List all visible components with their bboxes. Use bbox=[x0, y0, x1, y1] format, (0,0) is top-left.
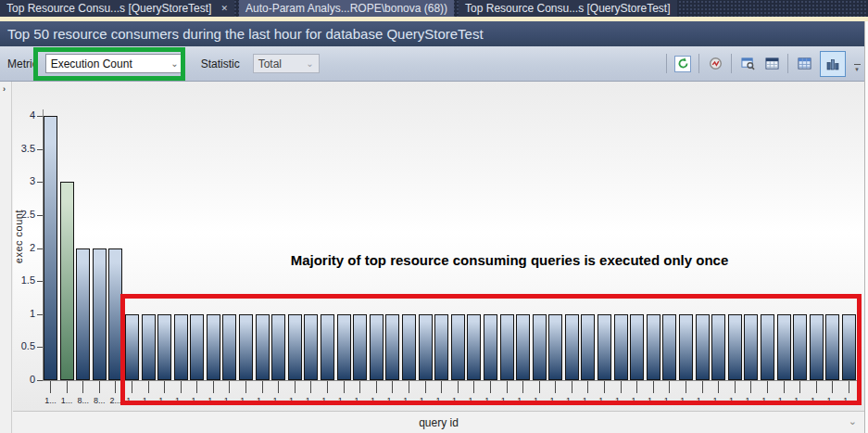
tab-label: Auto-Param Analys...ROPE\bonova (68)) bbox=[245, 2, 447, 15]
view-query-button[interactable] bbox=[739, 56, 756, 72]
chevron-down-icon: ⌄ bbox=[306, 59, 313, 69]
y-tick-label: 1.5 bbox=[0, 274, 35, 286]
bar-highlighted[interactable] bbox=[60, 182, 74, 380]
grid-button[interactable] bbox=[796, 56, 812, 72]
report-title-bar: Top 50 resource consumers during the las… bbox=[0, 21, 868, 46]
y-tick bbox=[37, 314, 43, 315]
y-tick bbox=[37, 248, 43, 249]
y-tick bbox=[37, 149, 43, 150]
x-tick bbox=[99, 381, 100, 393]
x-axis-band: query id ⌄ bbox=[13, 411, 864, 433]
toolbar-buttons bbox=[666, 51, 846, 77]
y-tick bbox=[37, 215, 43, 216]
grid-details-icon bbox=[765, 57, 779, 70]
y-tick bbox=[37, 380, 43, 381]
bar[interactable] bbox=[44, 116, 57, 380]
y-tick-label: 3 bbox=[0, 175, 35, 186]
bar-chart: exec count Majority of top resource cons… bbox=[0, 82, 868, 433]
y-tick-label: 4 bbox=[0, 109, 35, 121]
x-axis-title: query id bbox=[419, 416, 459, 429]
panel-edge bbox=[864, 21, 868, 433]
toolbar-overflow-icon bbox=[854, 64, 861, 65]
y-tick-label: 1 bbox=[0, 308, 35, 319]
y-tick bbox=[37, 182, 43, 183]
gauge-icon bbox=[709, 57, 723, 70]
gauge-button[interactable] bbox=[707, 56, 723, 72]
query-store-window: Top Resource Consu...s [QueryStoreTest]✕… bbox=[0, 0, 868, 433]
grid-icon bbox=[798, 57, 811, 70]
y-tick bbox=[37, 281, 43, 282]
chart-icon bbox=[825, 57, 840, 71]
bar[interactable] bbox=[76, 248, 90, 381]
view-query-icon bbox=[741, 57, 755, 70]
grid-details-button[interactable] bbox=[763, 56, 780, 72]
callout-text: Majority of top resource consuming queri… bbox=[222, 252, 797, 268]
toolbar-overflow-button[interactable]: ▾ bbox=[851, 64, 862, 72]
x-tick-label: 8... bbox=[75, 396, 92, 405]
x-tick-label: 1... bbox=[58, 396, 75, 405]
page-title: Top 50 resource consumers during the las… bbox=[7, 26, 484, 42]
x-tick bbox=[82, 381, 83, 393]
y-tick-label: 2.5 bbox=[0, 209, 35, 220]
close-icon[interactable]: ✕ bbox=[220, 5, 228, 13]
tab-2[interactable]: Auto-Param Analys...ROPE\bonova (68)) bbox=[239, 0, 454, 17]
y-tick bbox=[37, 347, 43, 348]
chevron-down-icon[interactable]: ⌄ bbox=[849, 415, 857, 427]
x-tick bbox=[50, 381, 51, 393]
x-tick bbox=[115, 381, 116, 393]
y-tick-label: 0 bbox=[0, 374, 35, 385]
toolbar-separator bbox=[698, 54, 699, 73]
x-tick bbox=[67, 381, 68, 393]
tab-label: Top Resource Consu...s [QueryStoreTest] bbox=[465, 2, 670, 15]
statistic-dropdown[interactable]: Total ⌄ bbox=[253, 54, 320, 73]
y-tick-label: 3.5 bbox=[0, 143, 35, 154]
chart-panel: › exec count Majority of top resource co… bbox=[0, 82, 868, 433]
bar[interactable] bbox=[93, 248, 107, 381]
statistic-value: Total bbox=[258, 57, 282, 70]
tab-3[interactable]: Top Resource Consu...s [QueryStoreTest] bbox=[459, 0, 676, 17]
red-annotation-box bbox=[120, 294, 862, 405]
y-tick-label: 0.5 bbox=[0, 340, 35, 351]
document-tab-bar: Top Resource Consu...s [QueryStoreTest]✕… bbox=[0, 0, 868, 17]
y-tick bbox=[37, 116, 43, 117]
x-tick-label: 8... bbox=[91, 396, 107, 405]
chevron-down-icon: ▾ bbox=[855, 66, 859, 72]
toolbar-separator bbox=[787, 54, 788, 73]
x-tick-label: 1... bbox=[43, 396, 59, 405]
chart-button[interactable] bbox=[820, 51, 846, 77]
tab-1[interactable]: Top Resource Consu...s [QueryStoreTest]✕ bbox=[0, 0, 234, 17]
tab-label: Top Resource Consu...s [QueryStoreTest] bbox=[6, 2, 211, 15]
green-annotation-box bbox=[33, 47, 185, 81]
refresh-icon bbox=[677, 57, 689, 70]
y-tick-label: 2 bbox=[0, 242, 35, 253]
toolbar-separator bbox=[666, 54, 667, 73]
refresh-button[interactable] bbox=[674, 56, 691, 72]
statistic-label: Statistic bbox=[201, 57, 240, 70]
toolbar-separator bbox=[731, 54, 732, 73]
